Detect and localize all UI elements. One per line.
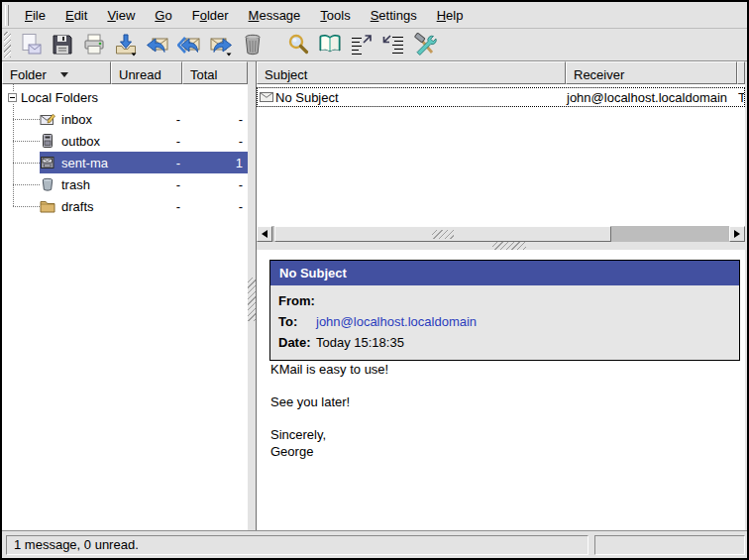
column-header-receiver[interactable]: Receiver	[566, 61, 737, 84]
column-header-subject-label: Subject	[265, 67, 307, 82]
scroll-right-button[interactable]	[729, 226, 745, 242]
menu-folder[interactable]: Folder	[182, 5, 239, 26]
folder-row-sent-ma[interactable]: sent-ma-1	[40, 152, 248, 173]
preview-pane: No Subject From:To:john@localhost.locald…	[257, 250, 745, 530]
column-header-receiver-label: Receiver	[574, 67, 624, 82]
tree-line	[13, 163, 40, 164]
tree-line	[13, 141, 40, 142]
tree-expander-icon[interactable]	[8, 93, 17, 102]
scrollbar-track[interactable]	[611, 226, 729, 242]
message-subject: No Subject	[279, 266, 347, 280]
message-row[interactable]: No Subjectjohn@localhost.localdomainToda…	[257, 87, 745, 107]
status-text: 1 message, 0 unread.	[14, 537, 139, 552]
folder-label: outbox	[59, 134, 115, 149]
save-icon[interactable]	[48, 30, 77, 59]
folder-total-count: -	[186, 177, 248, 192]
horizontal-splitter-grip[interactable]	[492, 242, 526, 250]
menubar-drag-handle[interactable]	[5, 5, 9, 26]
expand-thread-icon[interactable]	[347, 30, 376, 59]
vertical-splitter-grip[interactable]	[248, 278, 256, 321]
body-paragraph: KMail is easy to use!	[270, 361, 735, 378]
message-panel: Subject Receiver Date No Subjectjohn@loc…	[256, 61, 745, 530]
folder-total-count: -	[186, 199, 248, 214]
message-date-cell: Today 15:18:35	[736, 90, 744, 105]
scrollbar-grip	[432, 230, 454, 239]
scroll-left-button[interactable]	[257, 226, 272, 242]
folder-panel: Folder Unread Total Local Foldersinbox--…	[2, 61, 248, 530]
menu-edit[interactable]: Edit	[55, 5, 97, 26]
collapse-thread-icon[interactable]	[378, 30, 408, 59]
folder-total-count: -	[186, 134, 248, 149]
folder-label: drafts	[59, 199, 115, 214]
check-mail-icon[interactable]	[111, 30, 141, 59]
column-header-total-label: Total	[190, 67, 217, 82]
message-subject-bar: No Subject	[270, 261, 739, 285]
sort-arrow-icon	[60, 72, 68, 77]
reply-icon[interactable]	[143, 30, 172, 59]
column-header-total[interactable]: Total	[182, 61, 248, 84]
folder-total-count: 1	[186, 156, 248, 170]
horizontal-splitter[interactable]	[257, 242, 745, 250]
header-field: To:john@localhost.localdomain	[278, 311, 739, 332]
folder-row-trash[interactable]: trash--	[40, 173, 248, 195]
address-book-icon[interactable]	[315, 30, 345, 59]
folder-row-drafts[interactable]: drafts--	[40, 195, 248, 217]
menu-view[interactable]: View	[97, 5, 145, 26]
print-icon[interactable]	[79, 30, 109, 59]
menu-message[interactable]: Message	[239, 5, 311, 26]
folder-row-local-folders[interactable]: Local Folders	[2, 86, 248, 108]
menu-go[interactable]: Go	[145, 5, 181, 26]
folder-unread-count: -	[115, 134, 186, 149]
trash-icon	[40, 176, 59, 192]
status-message-panel: 1 message, 0 unread.	[6, 535, 588, 555]
folder-unread-count: -	[115, 112, 186, 127]
column-header-unread-label: Unread	[119, 67, 161, 82]
body-paragraph: See you later!	[270, 393, 735, 410]
email-address-link[interactable]: john@localhost.localdomain	[316, 314, 477, 329]
menu-help[interactable]: Help	[427, 5, 474, 26]
message-body: KMail is easy to use!See you later!Since…	[270, 361, 735, 476]
tree-line	[13, 119, 40, 120]
header-field: Date:Today 15:18:35	[278, 332, 739, 353]
horizontal-scrollbar[interactable]	[257, 226, 745, 242]
header-field-label: From:	[278, 293, 316, 308]
message-header-fields: From:To:john@localhost.localdomainDate:T…	[270, 285, 739, 360]
folder-total-count: -	[186, 112, 248, 127]
new-message-icon[interactable]	[16, 30, 46, 59]
message-subject-cell: No Subject	[275, 90, 565, 105]
folder-row-inbox[interactable]: inbox--	[40, 108, 248, 130]
menu-file[interactable]: File	[15, 5, 55, 26]
column-header-date[interactable]: Date	[737, 61, 745, 84]
folder-label: sent-ma	[59, 156, 115, 170]
menu-tools[interactable]: Tools	[310, 5, 360, 26]
forward-icon[interactable]	[206, 30, 236, 59]
message-receiver-cell: john@localhost.localdomain	[565, 90, 736, 105]
scrollbar-thumb[interactable]	[274, 226, 611, 242]
tools-icon[interactable]	[410, 30, 440, 59]
folder-unread-count: -	[115, 156, 186, 170]
main-area: Folder Unread Total Local Foldersinbox--…	[2, 61, 747, 530]
column-header-unread[interactable]: Unread	[111, 61, 182, 84]
tree-line	[13, 206, 40, 207]
header-field: From:	[278, 290, 739, 311]
folder-row-outbox[interactable]: outbox--	[40, 130, 248, 152]
folder-label: trash	[59, 177, 115, 192]
vertical-splitter[interactable]	[248, 61, 256, 530]
column-header-subject[interactable]: Subject	[257, 61, 566, 84]
column-header-folder[interactable]: Folder	[2, 61, 111, 84]
message-list: No Subjectjohn@localhost.localdomainToda…	[257, 84, 745, 226]
tree-line	[13, 184, 40, 185]
toolbar	[2, 29, 747, 61]
body-paragraph: Sincerely, George	[270, 426, 735, 460]
header-field-label: To:	[278, 314, 316, 329]
outbox-icon	[40, 133, 59, 149]
folder-unread-count: -	[115, 177, 186, 192]
trash-icon[interactable]	[238, 30, 268, 59]
reply-all-icon[interactable]	[174, 30, 204, 59]
status-secondary-panel	[594, 535, 745, 555]
folder-label: Local Folders	[17, 90, 248, 105]
menu-settings[interactable]: Settings	[361, 5, 427, 26]
toolbar-drag-handle[interactable]	[4, 32, 11, 57]
find-messages-icon[interactable]	[283, 30, 313, 59]
sent-mail-icon	[40, 155, 59, 170]
